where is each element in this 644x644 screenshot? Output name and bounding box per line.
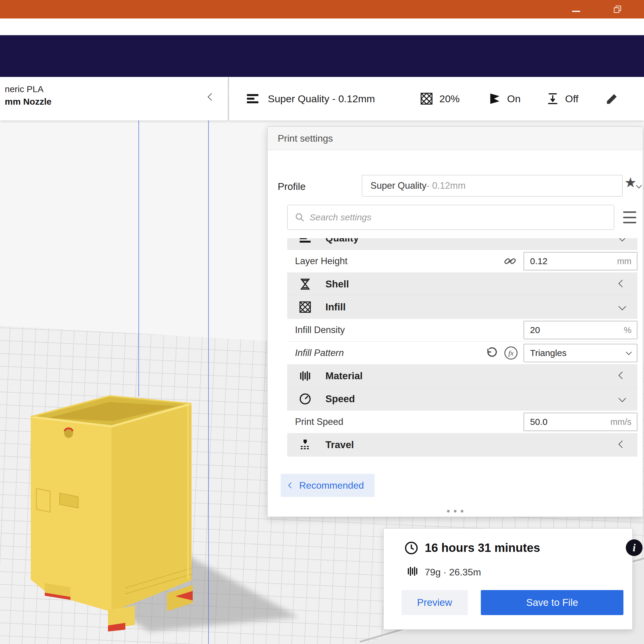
setting-row-layer-height: Layer Height mm — [287, 250, 637, 273]
search-settings-box[interactable] — [287, 205, 614, 230]
recommended-label: Recommended — [299, 480, 364, 491]
material-icon — [298, 369, 312, 383]
unit-label: mm/s — [610, 417, 631, 427]
chevron-left-icon — [618, 280, 626, 287]
setting-row-print-speed: Print Speed mm/s — [287, 411, 637, 434]
restore-front-square — [614, 7, 619, 13]
pencil-icon[interactable] — [605, 92, 619, 106]
setting-row-infill-pattern: Infill Pattern fx Triangles — [287, 342, 637, 365]
category-label: Quality — [326, 238, 359, 244]
z-axis-line — [208, 120, 209, 644]
shell-icon — [298, 278, 312, 291]
menu-strip — [0, 18, 644, 35]
print-settings-title: Print settings — [278, 133, 333, 144]
support-icon — [488, 92, 502, 106]
print-settings-summary-card[interactable]: Super Quality - 0.12mm 20% On Off — [229, 77, 644, 120]
quality-icon — [298, 238, 312, 245]
settings-category-shell[interactable]: Shell — [287, 273, 637, 296]
material-name: neric PLA — [5, 84, 44, 94]
search-input[interactable] — [309, 212, 614, 223]
unit-label: mm — [617, 256, 631, 266]
favorite-star-icon[interactable]: ★ — [624, 176, 637, 189]
settings-category-material[interactable]: Material — [287, 365, 637, 388]
settings-menu-icon[interactable] — [623, 211, 636, 223]
layer-height-field[interactable]: mm — [524, 252, 637, 270]
settings-category-travel[interactable]: Travel — [287, 434, 637, 456]
nozzle-name: mm Nozzle — [5, 97, 52, 107]
layer-height-input[interactable] — [524, 256, 617, 267]
info-icon[interactable]: i — [626, 539, 643, 556]
category-label: Shell — [326, 278, 349, 290]
infill-pattern-select[interactable]: Triangles — [524, 344, 637, 362]
print-speed-field[interactable]: mm/s — [524, 413, 637, 431]
fx-icon[interactable]: fx — [504, 346, 518, 360]
profile-label: Profile — [278, 181, 306, 192]
infill-density-field[interactable]: % — [524, 321, 637, 339]
setting-label: Infill Pattern — [295, 348, 344, 358]
y-axis-line — [138, 120, 139, 397]
material-usage-icon — [406, 565, 419, 578]
chevron-left-icon — [288, 482, 294, 488]
recommended-mode-button[interactable]: Recommended — [281, 474, 375, 497]
support-summary: On — [507, 93, 521, 105]
chevron-down-icon — [618, 238, 626, 241]
restore-icon[interactable] — [614, 6, 621, 13]
preview-button[interactable]: Preview — [402, 590, 468, 615]
travel-icon — [298, 438, 312, 451]
infill-density-input[interactable] — [524, 325, 624, 335]
print-summary-card: 16 hours 31 minutes i 79g · 26.35m Previ… — [383, 528, 633, 630]
print-time-estimate: 16 hours 31 minutes — [425, 541, 540, 555]
minimize-icon[interactable] — [572, 11, 580, 12]
main-navbar: PREPARE PREVIEW MONITOR Marketplace Sign… — [0, 35, 644, 77]
infill-pattern-value: Triangles — [524, 348, 566, 358]
infill-icon — [420, 92, 434, 106]
profile-select[interactable]: Super Quality - 0.12mm — [362, 175, 623, 196]
category-label: Infill — [326, 301, 346, 313]
setting-label: Infill Density — [295, 325, 345, 335]
chevron-left-icon — [618, 371, 626, 379]
clock-icon — [404, 541, 419, 555]
app-window: PREPARE PREVIEW MONITOR Marketplace Sign… — [0, 0, 644, 644]
profile-chevron-down-icon[interactable] — [636, 182, 642, 188]
speed-icon — [298, 392, 312, 405]
category-label: Material — [326, 370, 363, 382]
infill-icon — [298, 301, 312, 314]
profile-name: Super Quality — [371, 180, 427, 191]
category-label: Speed — [326, 393, 355, 405]
setting-row-infill-density: Infill Density % — [287, 319, 637, 342]
select-chevron-down-icon — [626, 349, 632, 355]
adhesion-summary: Off — [565, 93, 578, 105]
save-to-file-button[interactable]: Save to File — [481, 590, 623, 615]
link-icon[interactable] — [504, 255, 516, 267]
chevron-down-icon — [618, 394, 626, 402]
material-usage-estimate: 79g · 26.35m — [425, 567, 481, 578]
infill-summary: 20% — [439, 93, 460, 105]
settings-category-quality[interactable]: Quality — [287, 238, 637, 250]
settings-category-infill[interactable]: Infill — [287, 296, 637, 319]
settings-category-speed[interactable]: Speed — [287, 388, 637, 411]
panel-resize-handle[interactable] — [447, 510, 464, 513]
unit-label: % — [624, 325, 631, 335]
material-config-card[interactable]: neric PLA mm Nozzle — [0, 77, 228, 120]
setting-label: Print Speed — [295, 417, 343, 427]
chevron-down-icon — [618, 303, 626, 310]
adhesion-icon — [546, 92, 560, 106]
undo-icon[interactable] — [485, 347, 498, 359]
setting-label: Layer Height — [295, 256, 348, 267]
settings-list: Quality Layer Height mm Sh — [287, 238, 637, 461]
category-label: Travel — [326, 439, 354, 451]
print-settings-header[interactable]: Print settings — [267, 127, 643, 150]
window-titlebar[interactable] — [0, 0, 644, 18]
profile-layers-icon — [246, 92, 259, 106]
collapse-material-panel-icon[interactable] — [207, 93, 215, 100]
profile-detail: - 0.12mm — [427, 180, 466, 191]
chevron-left-icon — [618, 440, 626, 448]
search-icon — [295, 212, 305, 222]
print-speed-input[interactable] — [524, 417, 610, 427]
print-settings-panel: Print settings Profile Super Quality - 0… — [267, 126, 643, 517]
profile-summary: Super Quality - 0.12mm — [268, 93, 375, 105]
